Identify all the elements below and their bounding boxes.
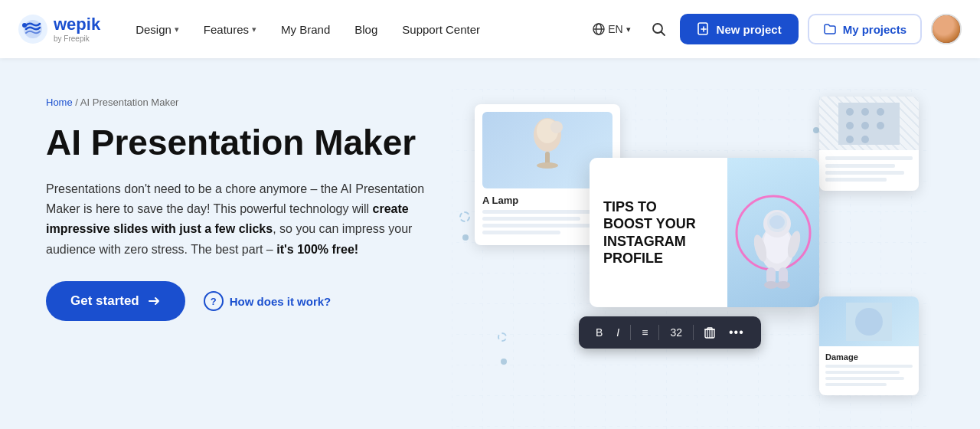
nav-item-blog[interactable]: Blog bbox=[344, 17, 388, 42]
deco-circle bbox=[498, 332, 507, 342]
card-damage-title: Damage bbox=[819, 346, 919, 365]
page-description: Presentations don't need to be a chore a… bbox=[46, 179, 444, 260]
how-does-it-work-link[interactable]: ? How does it work? bbox=[204, 291, 332, 311]
get-started-button[interactable]: Get started bbox=[46, 281, 185, 321]
pattern-svg bbox=[838, 103, 900, 145]
deco-dot bbox=[501, 359, 507, 365]
svg-point-21 bbox=[846, 122, 854, 129]
damage-svg bbox=[846, 303, 892, 341]
lamp-svg bbox=[517, 116, 578, 185]
svg-point-23 bbox=[877, 122, 884, 129]
question-icon: ? bbox=[204, 291, 224, 311]
italic-button[interactable]: I bbox=[612, 323, 624, 342]
logo[interactable]: wepik by Freepik bbox=[18, 15, 100, 44]
card-main-text: TIPS TOBOOST YOURINSTAGRAMPROFILE bbox=[590, 158, 727, 307]
svg-point-16 bbox=[537, 162, 558, 169]
svg-point-18 bbox=[846, 108, 854, 116]
toolbar-divider bbox=[693, 325, 694, 340]
svg-point-2 bbox=[22, 23, 27, 28]
my-projects-button[interactable]: My projects bbox=[808, 14, 922, 44]
font-size-value: 32 bbox=[665, 323, 687, 342]
align-button[interactable]: ≡ bbox=[637, 323, 652, 342]
wepik-logo-icon bbox=[18, 15, 47, 44]
card-damage-lines bbox=[819, 365, 919, 395]
svg-point-36 bbox=[764, 281, 778, 289]
svg-point-37 bbox=[776, 281, 790, 289]
new-project-button[interactable]: New project bbox=[680, 14, 799, 44]
breadcrumb: Home / AI Presentation Maker bbox=[46, 97, 444, 108]
left-panel: Home / AI Presentation Maker AI Presenta… bbox=[46, 89, 444, 321]
text-formatting-toolbar[interactable]: B I ≡ 32 ••• bbox=[579, 316, 761, 349]
file-plus-icon bbox=[697, 22, 710, 36]
logo-byline: by Freepik bbox=[54, 34, 100, 43]
search-icon bbox=[651, 21, 666, 37]
svg-point-31 bbox=[769, 215, 785, 229]
chevron-down-icon: ▾ bbox=[252, 25, 256, 34]
globe-icon bbox=[593, 23, 605, 35]
toolbar-divider bbox=[658, 325, 659, 340]
svg-point-20 bbox=[877, 108, 884, 116]
trash-icon bbox=[704, 326, 715, 339]
card-container: A Lamp bbox=[452, 89, 926, 429]
deco-circle bbox=[459, 211, 470, 222]
card-damage: Damage bbox=[819, 296, 919, 395]
nav-item-design[interactable]: Design ▾ bbox=[125, 17, 190, 42]
svg-point-19 bbox=[861, 108, 869, 116]
delete-button[interactable] bbox=[700, 323, 720, 342]
nav-item-features[interactable]: Features ▾ bbox=[193, 17, 267, 42]
cta-row: Get started ? How does it work? bbox=[46, 281, 444, 321]
language-selector[interactable]: EN ▾ bbox=[586, 18, 636, 40]
svg-line-7 bbox=[661, 32, 665, 36]
nav-right: EN ▾ New project My projects bbox=[586, 14, 962, 44]
card-main-image bbox=[727, 158, 819, 307]
more-options-button[interactable]: ••• bbox=[724, 323, 749, 342]
nav-links: Design ▾ Features ▾ My Brand Blog Suppor… bbox=[125, 17, 586, 42]
card-tr-text bbox=[819, 150, 919, 191]
card-tr-image bbox=[819, 97, 919, 150]
card-top-right bbox=[819, 97, 919, 191]
svg-point-22 bbox=[861, 122, 869, 129]
card-main: TIPS TOBOOST YOURINSTAGRAMPROFILE bbox=[590, 158, 819, 307]
nav-item-support[interactable]: Support Center bbox=[391, 17, 491, 42]
page-title: AI Presentation Maker bbox=[46, 123, 444, 162]
chevron-down-icon: ▾ bbox=[175, 25, 179, 34]
avatar-image bbox=[933, 15, 960, 43]
navbar: wepik by Freepik Design ▾ Features ▾ My … bbox=[0, 0, 980, 58]
bold-button[interactable]: B bbox=[591, 323, 607, 342]
right-panel: A Lamp bbox=[444, 89, 934, 429]
svg-point-14 bbox=[550, 121, 563, 133]
folder-icon bbox=[823, 22, 837, 36]
arrow-right-icon bbox=[147, 294, 161, 308]
chevron-down-icon: ▾ bbox=[626, 25, 631, 34]
astronaut-svg bbox=[731, 172, 815, 294]
breadcrumb-home[interactable]: Home bbox=[46, 97, 73, 108]
card-damage-image bbox=[819, 296, 919, 346]
nav-item-mybrand[interactable]: My Brand bbox=[270, 17, 341, 42]
logo-wepik-text: wepik bbox=[54, 15, 100, 34]
main-content: Home / AI Presentation Maker AI Presenta… bbox=[0, 58, 980, 429]
search-button[interactable] bbox=[646, 17, 671, 41]
deco-dot bbox=[462, 234, 469, 241]
toolbar-divider bbox=[630, 325, 631, 340]
card-main-title: TIPS TOBOOST YOURINSTAGRAMPROFILE bbox=[603, 198, 714, 267]
svg-point-24 bbox=[846, 136, 854, 143]
svg-point-44 bbox=[855, 308, 883, 336]
svg-point-25 bbox=[861, 136, 869, 143]
deco-dot bbox=[813, 127, 819, 133]
breadcrumb-current: AI Presentation Maker bbox=[80, 97, 179, 108]
avatar[interactable] bbox=[931, 14, 962, 44]
